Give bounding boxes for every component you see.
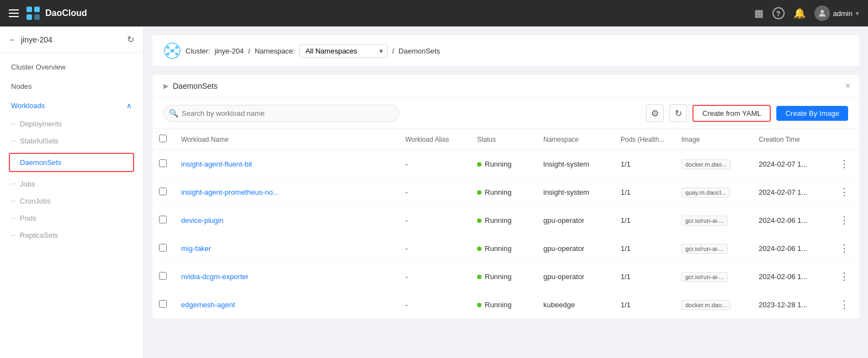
create-image-button[interactable]: Create By Image — [776, 106, 848, 121]
create-yaml-button[interactable]: Create from YAML — [692, 105, 771, 122]
col-header-namespace: Namespace — [537, 129, 614, 150]
back-button[interactable]: ← jinye-204 — [9, 35, 52, 44]
help-icon[interactable]: ? — [772, 7, 785, 19]
cluster-value: jinye-204 — [215, 47, 244, 55]
row-more-button[interactable]: ⋮ — [836, 269, 853, 284]
row-image: quay.m.daocl... — [675, 178, 752, 206]
row-creation: 2024-02-07 1... — [752, 178, 829, 206]
sidebar-sub-label: CronJobs — [20, 197, 51, 205]
avatar — [814, 6, 830, 21]
sidebar-sub-pods[interactable]: Pods — [0, 210, 143, 227]
row-more-button[interactable]: ⋮ — [836, 297, 853, 312]
row-pods: 1/1 — [614, 263, 675, 291]
top-nav: DaoCloud ▦ ? 🔔 admin ▾ — [0, 0, 868, 26]
user-menu[interactable]: admin ▾ — [814, 6, 859, 21]
bell-icon[interactable]: 🔔 — [793, 7, 806, 19]
svg-rect-0 — [27, 7, 32, 12]
breadcrumb: Cluster: jinye-204 / Namespace: All Name… — [152, 35, 859, 66]
table-body: insight-agent-fluent-bit - Running insig… — [152, 150, 859, 319]
row-image: gcr.io/run-ai-... — [675, 263, 752, 291]
close-icon[interactable]: × — [845, 81, 850, 91]
main-content: Cluster: jinye-204 / Namespace: All Name… — [144, 26, 868, 358]
search-input[interactable] — [163, 105, 399, 122]
sidebar-sub-label: Pods — [20, 214, 36, 222]
row-name[interactable]: insight-agent-prometheus-no... — [174, 178, 399, 206]
toolbar: 🔍 ⚙ ↻ Create from YAML Create By Image — [152, 98, 859, 129]
col-header-name: Workload Name — [174, 129, 399, 150]
settings-icon-button[interactable]: ⚙ — [646, 104, 664, 122]
row-alias: - — [399, 291, 470, 319]
row-checkbox[interactable] — [159, 244, 167, 252]
workloads-chevron-icon: ∧ — [126, 101, 132, 110]
breadcrumb-sep2: / — [392, 47, 394, 55]
row-alias: - — [399, 263, 470, 291]
namespace-select-wrapper[interactable]: All Namespaces — [299, 44, 388, 58]
row-status: Running — [470, 234, 537, 263]
row-name[interactable]: edgemesh-agent — [174, 291, 399, 319]
row-name[interactable]: nvidia-dcgm-exporter — [174, 263, 399, 291]
row-status: Running — [470, 263, 537, 291]
back-arrow-icon: ← — [9, 35, 17, 44]
sidebar-sub-deployments[interactable]: Deployments — [0, 115, 143, 132]
table-header: Workload Name Workload Alias Status Name… — [152, 129, 859, 150]
row-namespace: insight-system — [537, 178, 614, 206]
breadcrumb-sep1: / — [248, 47, 251, 55]
sidebar-sub-label: Jobs — [20, 180, 35, 188]
row-creation: 2024-02-07 1... — [752, 150, 829, 178]
sidebar-sub-label: Deployments — [20, 120, 62, 128]
sidebar-item-label: Cluster Overview — [11, 63, 66, 71]
search-wrapper: 🔍 — [163, 105, 399, 122]
select-all-checkbox[interactable] — [159, 135, 167, 142]
row-checkbox[interactable] — [159, 300, 167, 308]
row-status: Running — [470, 291, 537, 319]
svg-rect-3 — [34, 14, 40, 20]
row-pods: 1/1 — [614, 291, 675, 319]
sidebar-sub-daemonsets[interactable]: DaemonSets — [9, 153, 134, 172]
row-checkbox[interactable] — [159, 272, 167, 280]
sidebar-sub-replicasets[interactable]: ReplicaSets — [0, 227, 143, 244]
table-row: mig-faker - Running gpu-operator 1/1 gcr… — [152, 234, 859, 263]
cluster-label: Cluster: — [186, 47, 210, 55]
sidebar-header: ← jinye-204 ↻ — [0, 26, 143, 53]
row-image: gcr.io/run-ai-... — [675, 234, 752, 263]
row-name[interactable]: device-plugin — [174, 206, 399, 234]
sidebar-item-cluster-overview[interactable]: Cluster Overview — [0, 57, 143, 77]
refresh-icon[interactable]: ↻ — [127, 34, 134, 45]
row-image: docker.m.dao... — [675, 291, 752, 319]
row-name[interactable]: insight-agent-fluent-bit — [174, 150, 399, 178]
row-namespace: kubeedge — [537, 291, 614, 319]
svg-line-14 — [172, 51, 177, 54]
row-pods: 1/1 — [614, 234, 675, 263]
row-alias: - — [399, 234, 470, 263]
table-row: insight-agent-prometheus-no... - Running… — [152, 178, 859, 206]
sidebar-item-workloads[interactable]: Workloads ∧ — [0, 96, 143, 115]
col-header-alias: Workload Alias — [399, 129, 470, 150]
table-row: nvidia-dcgm-exporter - Running gpu-opera… — [152, 263, 859, 291]
svg-line-11 — [168, 47, 172, 51]
user-chevron: ▾ — [856, 10, 859, 17]
row-more-button[interactable]: ⋮ — [836, 213, 853, 227]
message-icon[interactable]: ▦ — [754, 7, 764, 19]
col-header-pods: Pods (Health... — [614, 129, 675, 150]
svg-line-13 — [168, 51, 172, 54]
refresh-icon-button[interactable]: ↻ — [669, 104, 687, 122]
card-chevron-icon[interactable]: ▶ — [163, 82, 168, 90]
search-icon: 🔍 — [169, 109, 178, 117]
sidebar-nav: Cluster Overview Nodes Workloads ∧ Deplo… — [0, 53, 143, 248]
row-more-button[interactable]: ⋮ — [836, 157, 853, 171]
row-checkbox[interactable] — [159, 159, 167, 167]
row-checkbox[interactable] — [159, 188, 167, 195]
row-status: Running — [470, 178, 537, 206]
sidebar-sub-jobs[interactable]: Jobs — [0, 175, 143, 193]
row-checkbox[interactable] — [159, 216, 167, 223]
row-creation: 2024-02-06 1... — [752, 206, 829, 234]
row-namespace: gpu-operator — [537, 263, 614, 291]
row-more-button[interactable]: ⋮ — [836, 241, 853, 255]
menu-toggle[interactable] — [9, 9, 19, 17]
sidebar-item-nodes[interactable]: Nodes — [0, 77, 143, 96]
namespace-select[interactable]: All Namespaces — [299, 44, 388, 58]
sidebar-sub-statefulsets[interactable]: StatefulSets — [0, 132, 143, 149]
sidebar-sub-cronjobs[interactable]: CronJobs — [0, 193, 143, 210]
row-more-button[interactable]: ⋮ — [836, 185, 853, 199]
row-name[interactable]: mig-faker — [174, 234, 399, 263]
